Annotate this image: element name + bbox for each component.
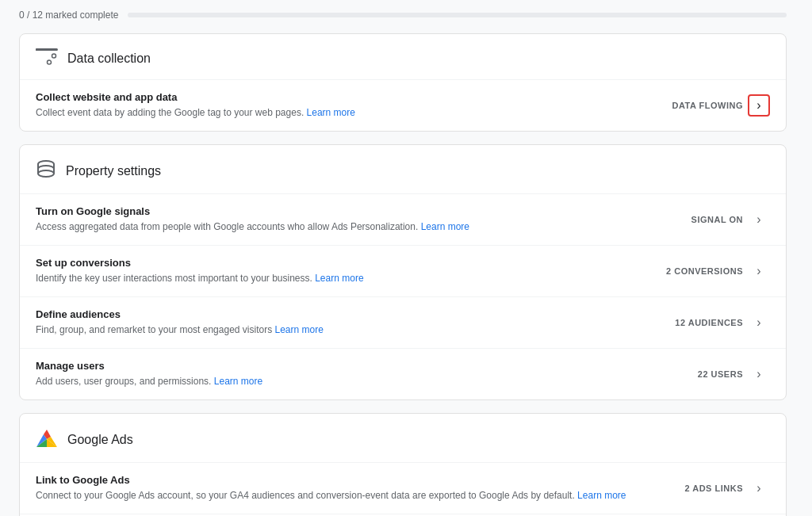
data-collection-icon (36, 48, 58, 68)
svg-point-3 (52, 54, 56, 58)
define-audiences-learn-more[interactable]: Learn more (275, 324, 324, 335)
manage-users-title: Manage users (36, 360, 643, 372)
collect-website-learn-more[interactable]: Learn more (307, 107, 355, 118)
set-up-conversions-title: Set up conversions (36, 257, 643, 269)
manage-users-right: 22 USERS › (643, 363, 770, 385)
progress-label: 0 / 12 marked complete (19, 10, 118, 21)
manage-users-row[interactable]: Manage users Add users, user groups, and… (20, 349, 786, 399)
collect-website-chevron[interactable]: › (748, 94, 770, 117)
property-settings-title: Property settings (66, 164, 161, 178)
link-google-ads-row[interactable]: Link to Google Ads Connect to your Googl… (20, 463, 786, 514)
data-collection-card: Data collection Collect website and app … (19, 33, 787, 132)
link-google-ads-learn-more[interactable]: Learn more (577, 490, 626, 501)
google-signals-learn-more[interactable]: Learn more (421, 221, 469, 232)
link-google-ads-right: 2 ADS LINKS › (643, 477, 770, 499)
google-signals-status: SIGNAL ON (691, 215, 743, 224)
manage-users-left: Manage users Add users, user groups, and… (36, 360, 643, 388)
link-google-ads-desc: Connect to your Google Ads account, so y… (36, 488, 643, 503)
set-up-conversions-left: Set up conversions Identify the key user… (36, 257, 643, 285)
google-signals-right: SIGNAL ON › (643, 208, 770, 231)
google-ads-header: Google Ads (20, 414, 786, 463)
google-signals-title: Turn on Google signals (36, 205, 643, 217)
data-collection-title: Data collection (67, 52, 151, 66)
collect-website-app-title: Collect website and app data (36, 91, 643, 103)
google-signals-desc: Access aggregated data from people with … (36, 220, 643, 234)
google-ads-icon (36, 428, 58, 451)
data-collection-header: Data collection (20, 34, 786, 80)
progress-track (128, 13, 787, 17)
set-up-conversions-learn-more[interactable]: Learn more (315, 273, 363, 284)
manage-users-chevron[interactable]: › (748, 363, 770, 385)
define-audiences-left: Define audiences Find, group, and remark… (36, 308, 643, 337)
set-up-conversions-right: 2 CONVERSIONS › (643, 260, 770, 282)
link-google-ads-chevron[interactable]: › (748, 477, 770, 499)
define-audiences-title: Define audiences (36, 308, 643, 320)
google-signals-left: Turn on Google signals Access aggregated… (36, 205, 643, 234)
set-up-conversions-row[interactable]: Set up conversions Identify the key user… (20, 246, 786, 297)
collect-website-app-row[interactable]: Collect website and app data Collect eve… (20, 80, 786, 131)
property-settings-header: Property settings (20, 145, 786, 194)
link-google-ads-left: Link to Google Ads Connect to your Googl… (36, 474, 643, 503)
svg-rect-2 (36, 48, 47, 51)
define-audiences-right: 12 AUDIENCES › (643, 312, 770, 334)
define-audiences-status: 12 AUDIENCES (675, 318, 743, 327)
svg-point-4 (48, 60, 52, 64)
progress-section: 0 / 12 marked complete (19, 10, 787, 21)
google-ads-title: Google Ads (67, 433, 133, 447)
link-google-ads-title: Link to Google Ads (36, 474, 643, 486)
manage-users-status: 22 USERS (698, 369, 743, 379)
google-ads-card: Google Ads Link to Google Ads Connect to… (19, 413, 787, 516)
define-audiences-desc: Find, group, and remarket to your most e… (36, 323, 643, 337)
google-signals-row[interactable]: Turn on Google signals Access aggregated… (20, 194, 786, 246)
set-up-conversions-chevron[interactable]: › (748, 260, 770, 282)
manage-users-desc: Add users, user groups, and permissions.… (36, 374, 643, 388)
define-audiences-chevron[interactable]: › (748, 312, 770, 334)
collect-website-app-left: Collect website and app data Collect eve… (36, 91, 643, 120)
google-signals-chevron[interactable]: › (748, 208, 770, 231)
collect-website-app-desc: Collect event data by adding the Google … (36, 105, 643, 120)
property-settings-card: Property settings Turn on Google signals… (19, 144, 787, 400)
cylinders-icon (36, 159, 56, 182)
link-google-ads-status: 2 ADS LINKS (684, 484, 743, 493)
set-up-conversions-desc: Identify the key user interactions most … (36, 271, 643, 285)
collect-website-status: DATA FLOWING (672, 101, 744, 110)
define-audiences-row[interactable]: Define audiences Find, group, and remark… (20, 297, 786, 349)
set-up-conversions-status: 2 CONVERSIONS (666, 266, 743, 276)
collect-website-app-right: DATA FLOWING › (643, 94, 770, 117)
manage-users-learn-more[interactable]: Learn more (214, 376, 262, 387)
